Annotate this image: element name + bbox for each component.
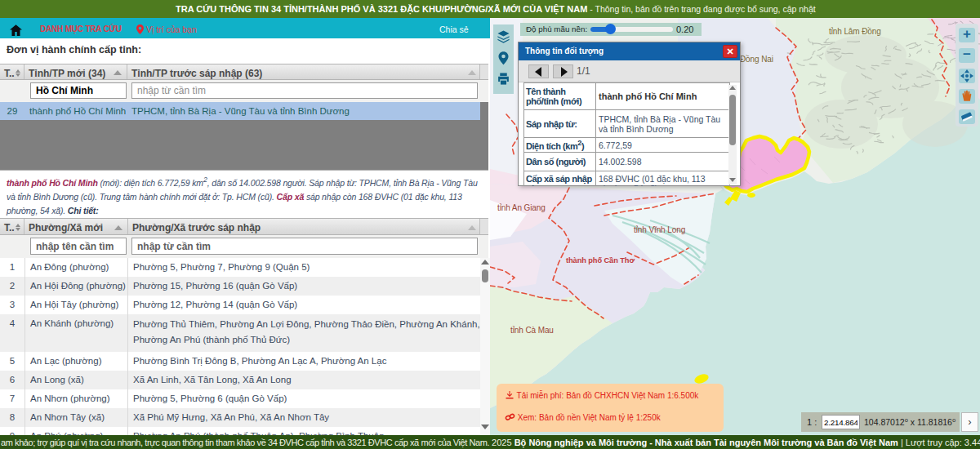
svg-text:tỉnh Cà Mau: tỉnh Cà Mau: [510, 326, 554, 335]
svg-text:tỉnh Lâm Đồng: tỉnh Lâm Đồng: [829, 27, 881, 36]
svg-text:tỉnh An Giang: tỉnh An Giang: [497, 203, 546, 212]
svg-text:Đồng Nai: Đồng Nai: [740, 55, 773, 64]
svg-text:tỉnh Vĩnh Long: tỉnh Vĩnh Long: [634, 225, 685, 234]
svg-text:thành phố Cần Thơ: thành phố Cần Thơ: [566, 256, 635, 265]
